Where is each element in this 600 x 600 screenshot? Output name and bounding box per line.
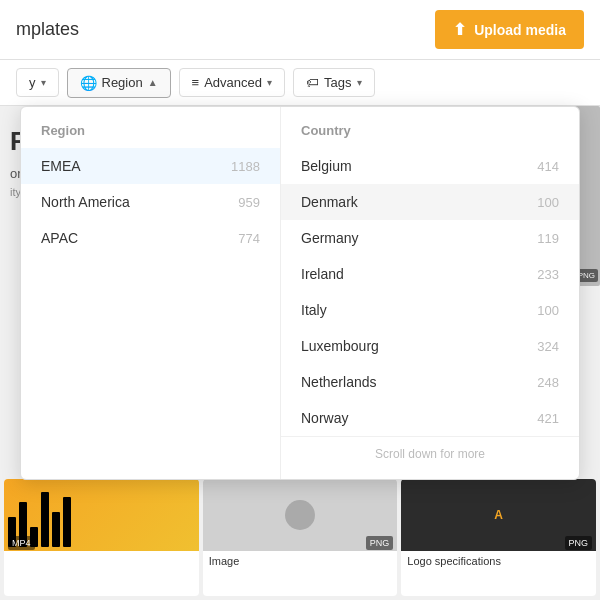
region-name-north-america: North America <box>41 194 130 210</box>
region-label: Region <box>102 75 143 90</box>
region-dropdown: Region EMEA 1188 North America 959 APAC … <box>20 106 580 480</box>
country-name-belgium: Belgium <box>301 158 352 174</box>
chevron-down-icon-tags: ▾ <box>357 77 362 88</box>
country-name-netherlands: Netherlands <box>301 374 377 390</box>
country-item-ireland[interactable]: Ireland 233 <box>281 256 579 292</box>
region-item-north-america[interactable]: North America 959 <box>21 184 280 220</box>
country-name-norway: Norway <box>301 410 348 426</box>
upload-icon: ⬆ <box>453 20 466 39</box>
region-count-north-america: 959 <box>238 195 260 210</box>
chevron-up-icon: ▲ <box>148 77 158 88</box>
tags-button[interactable]: 🏷 Tags ▾ <box>293 68 374 97</box>
bottom-card-3: A PNG Logo specifications <box>401 479 596 596</box>
country-item-norway[interactable]: Norway 421 <box>281 400 579 436</box>
country-name-germany: Germany <box>301 230 359 246</box>
scroll-hint: Scroll down for more <box>281 436 579 471</box>
badge-png-1: PNG <box>366 536 394 550</box>
region-count-emea: 1188 <box>231 159 260 174</box>
badge-png-2: PNG <box>565 536 593 550</box>
country-column: Country Belgium 414 Denmark 100 Germany … <box>281 107 579 479</box>
country-item-italy[interactable]: Italy 100 <box>281 292 579 328</box>
region-button[interactable]: 🌐 Region ▲ <box>67 68 171 98</box>
logo-placeholder: A <box>494 508 503 522</box>
country-count-germany: 119 <box>537 231 559 246</box>
header: mplates ⬆ Upload media <box>0 0 600 60</box>
country-name-ireland: Ireland <box>301 266 344 282</box>
region-column: Region EMEA 1188 North America 959 APAC … <box>21 107 281 479</box>
upload-label: Upload media <box>474 22 566 38</box>
bottom-card-1: MP4 <box>4 479 199 596</box>
country-count-luxembourg: 324 <box>537 339 559 354</box>
filter-label: y <box>29 75 36 90</box>
advanced-button[interactable]: ≡ Advanced ▾ <box>179 68 285 97</box>
globe-icon: 🌐 <box>80 75 97 91</box>
country-name-italy: Italy <box>301 302 327 318</box>
dropdown-inner: Region EMEA 1188 North America 959 APAC … <box>21 107 579 479</box>
country-name-denmark: Denmark <box>301 194 358 210</box>
region-name-apac: APAC <box>41 230 78 246</box>
chevron-down-icon-advanced: ▾ <box>267 77 272 88</box>
upload-media-button[interactable]: ⬆ Upload media <box>435 10 584 49</box>
tag-icon: 🏷 <box>306 75 319 90</box>
tags-label: Tags <box>324 75 351 90</box>
country-item-netherlands[interactable]: Netherlands 248 <box>281 364 579 400</box>
region-item-apac[interactable]: APAC 774 <box>21 220 280 256</box>
chevron-down-icon: ▾ <box>41 77 46 88</box>
country-column-header: Country <box>281 123 579 148</box>
region-column-header: Region <box>21 123 280 148</box>
bar6 <box>63 497 71 547</box>
bottom-card-2: PNG Image <box>203 479 398 596</box>
sliders-icon: ≡ <box>192 75 200 90</box>
card1-label <box>4 551 199 559</box>
badge-mp4: MP4 <box>8 536 35 550</box>
region-name-emea: EMEA <box>41 158 81 174</box>
country-count-denmark: 100 <box>537 195 559 210</box>
toolbar: y ▾ 🌐 Region ▲ ≡ Advanced ▾ 🏷 Tags ▾ <box>0 60 600 106</box>
bottom-cards-row: MP4 PNG Image A PNG Logo specifications <box>0 475 600 600</box>
advanced-label: Advanced <box>204 75 262 90</box>
region-count-apac: 774 <box>238 231 260 246</box>
country-count-italy: 100 <box>537 303 559 318</box>
bar5 <box>52 512 60 547</box>
country-item-belgium[interactable]: Belgium 414 <box>281 148 579 184</box>
country-item-germany[interactable]: Germany 119 <box>281 220 579 256</box>
person-avatar <box>285 500 315 530</box>
country-name-luxembourg: Luxembourg <box>301 338 379 354</box>
filter-button[interactable]: y ▾ <box>16 68 59 97</box>
country-count-ireland: 233 <box>537 267 559 282</box>
bar4 <box>41 492 49 547</box>
country-count-netherlands: 248 <box>537 375 559 390</box>
country-count-norway: 421 <box>537 411 559 426</box>
card2-label: Image <box>203 551 398 571</box>
region-item-emea[interactable]: EMEA 1188 <box>21 148 280 184</box>
country-count-belgium: 414 <box>537 159 559 174</box>
country-item-luxembourg[interactable]: Luxembourg 324 <box>281 328 579 364</box>
page-title: mplates <box>16 19 79 40</box>
country-item-denmark[interactable]: Denmark 100 <box>281 184 579 220</box>
card3-label: Logo specifications <box>401 551 596 571</box>
